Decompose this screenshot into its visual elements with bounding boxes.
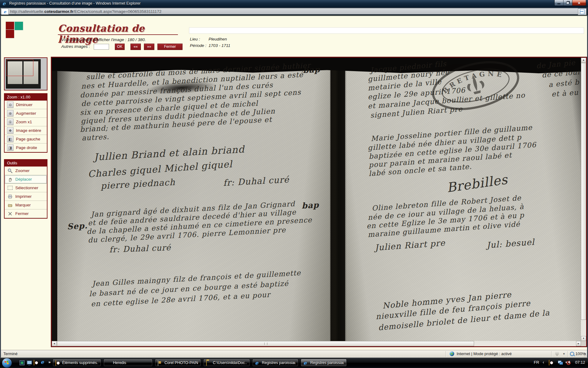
quicklaunch-ie-icon[interactable]: e <box>41 359 46 365</box>
previous-image-button[interactable]: «« <box>130 44 141 50</box>
zoom-panel: Zoom : x1.00 ⊖ Diminuer ⊕ Augmenter ① Zo… <box>4 93 47 153</box>
url-domain: cotesdarmor.fr <box>44 9 74 14</box>
page-favicon: e <box>1 9 9 15</box>
taskbar-button-deleted-items[interactable]: Éléments supprimés... <box>53 359 101 366</box>
zoom-in-item[interactable]: ⊕ Augmenter <box>5 109 47 118</box>
vertical-scrollbar[interactable]: ▲ ▼ <box>581 58 586 341</box>
url-suffix: /EC/ecx/consult.aspx?image=0606535831111… <box>73 9 161 14</box>
scroll-up-button[interactable]: ▲ <box>581 58 586 63</box>
tool-imprimer[interactable]: Imprimer <box>5 192 47 201</box>
ie-icon-2: e <box>303 360 308 365</box>
ok-button[interactable]: OK <box>115 44 125 50</box>
manuscript-margin-label: Sep. <box>67 221 88 231</box>
horizontal-scrollbar[interactable]: ◄ ► <box>52 341 581 346</box>
header-white-strip <box>189 27 584 34</box>
zoom-x1-icon: ① <box>7 119 13 125</box>
heredis-leaf-icon <box>106 360 111 365</box>
right-page-icon: ◨ <box>7 144 13 151</box>
close-x-icon <box>7 211 13 217</box>
tool-fermer[interactable]: Fermer <box>5 209 47 218</box>
window-title: Registres paroissiaux - Consultation d'u… <box>9 1 141 6</box>
status-separator-3 <box>567 351 568 357</box>
left-page-icon: ◧ <box>7 136 13 142</box>
taskbar-button-explorer[interactable]: C:\Users\nilda\Doc... <box>203 359 250 366</box>
quicklaunch-more-chevron[interactable]: » <box>48 360 51 364</box>
internet-zone-icon <box>450 351 454 356</box>
tool-zoomer[interactable]: Zoomer <box>5 167 47 175</box>
protected-mode-caret-icon[interactable]: ▼ <box>563 352 565 355</box>
tray-network-icon[interactable] <box>558 360 563 365</box>
next-image-button[interactable]: »» <box>144 44 154 50</box>
manuscript-margin-label: bap <box>303 65 320 75</box>
restore-icon <box>566 2 569 4</box>
image-number-input[interactable] <box>94 44 109 50</box>
tray-volume-muted-icon[interactable] <box>566 360 571 365</box>
scroll-down-button[interactable]: ▼ <box>581 336 586 341</box>
thumbnail-panel[interactable] <box>4 57 47 90</box>
tool-deplacer[interactable]: Déplacer <box>5 175 47 184</box>
address-bar: e http://sallevirtuelle.cotesdarmor.fr/E… <box>0 7 588 15</box>
tray-language[interactable]: FR <box>534 360 539 368</box>
thumbnail-viewport-rect <box>6 59 33 76</box>
mail-icon <box>55 360 60 365</box>
scroll-right-button[interactable]: ► <box>576 341 581 346</box>
full-image-icon: ❖ <box>7 127 13 134</box>
minimize-button[interactable] <box>555 0 564 6</box>
autres-images-label: Autres images : <box>61 44 90 49</box>
taskbar-button-heredis[interactable]: Heredis <box>104 359 153 366</box>
right-page-item[interactable]: ◨ Page droite <box>5 144 47 152</box>
manuscript-margin-label: bap <box>301 200 319 210</box>
zoom-out-item[interactable]: ⊖ Diminuer <box>5 101 47 109</box>
taskbar-button-corel[interactable]: Corel PHOTO-PAIN... <box>155 359 201 366</box>
full-image-item[interactable]: ❖ Image entière <box>5 126 47 135</box>
restore-button[interactable] <box>564 0 572 6</box>
start-button[interactable] <box>2 358 12 368</box>
status-separator-2 <box>551 351 552 357</box>
hand-icon <box>7 176 13 182</box>
tray-mail-icon[interactable] <box>549 360 549 366</box>
tools-panel-title: Outils <box>5 160 47 167</box>
status-bar: Terminé Internet | Mode protégé : activé… <box>1 350 587 358</box>
periode-value: 1703 - 1711 <box>209 43 230 48</box>
lieu-label: Lieu : <box>190 37 200 41</box>
magnifier-icon <box>7 168 13 174</box>
page-zoom-icon <box>570 352 574 356</box>
tray-clock[interactable]: 07:12 <box>575 360 585 368</box>
logo-square-teal <box>14 21 23 30</box>
compatibility-view-button[interactable] <box>578 8 586 15</box>
protected-mode-icon <box>555 352 559 356</box>
printer-icon <box>7 194 13 199</box>
folder-icon <box>7 202 13 208</box>
close-button[interactable]: × <box>572 0 586 6</box>
url-field[interactable]: http://sallevirtuelle.cotesdarmor.fr/EC/… <box>1 8 578 14</box>
periode-label: Période : <box>190 43 206 48</box>
folder-icon <box>206 360 211 365</box>
taskbar: e » Éléments supprimés... Heredis Corel … <box>0 358 588 368</box>
taskbar-button-registres-1[interactable]: e Registres paroissiau... <box>252 359 298 366</box>
zoom-x1-item[interactable]: ① Zoom x1 <box>5 118 47 126</box>
ie-window: e Registres paroissiaux - Consultation d… <box>0 0 588 368</box>
resize-grip[interactable] <box>583 354 586 357</box>
page-title: Consultation de l'image <box>58 23 178 35</box>
windows-logo-icon <box>4 361 9 365</box>
vertical-scroll-thumb[interactable] <box>581 63 586 320</box>
corel-icon <box>158 360 163 365</box>
zone-text: Internet | Mode protégé : activé <box>457 351 512 356</box>
fermer-button[interactable]: Fermer <box>157 44 183 50</box>
tool-selectionner[interactable]: Sélectionner <box>5 184 47 192</box>
tray-collapse-chevron[interactable]: ‹ <box>543 360 544 368</box>
quicklaunch-desktop-icon[interactable] <box>20 360 25 365</box>
scroll-left-button[interactable]: ◄ <box>52 341 57 346</box>
left-page-item[interactable]: ◧ Page gauche <box>5 135 47 144</box>
lieu-value: Pleudihen <box>209 37 227 41</box>
horizontal-scroll-thumb[interactable] <box>57 341 474 346</box>
tools-panel: Outils Zoomer Déplacer Sélectionner Impr… <box>4 159 47 219</box>
manuscript-image[interactable]: BRETAGNE sulle et controllé du mois de m… <box>52 58 581 341</box>
taskbar-button-registres-2[interactable]: e Registres paroissiau... <box>301 359 347 366</box>
window-controls: × <box>554 0 586 6</box>
quicklaunch-mail-icon[interactable] <box>34 360 39 365</box>
zoom-out-icon: ⊖ <box>7 102 13 108</box>
title-bar[interactable]: e Registres paroissiaux - Consultation d… <box>0 0 588 7</box>
quicklaunch-display-icon[interactable] <box>27 360 32 365</box>
tool-marquer[interactable]: Marquer <box>5 201 47 209</box>
